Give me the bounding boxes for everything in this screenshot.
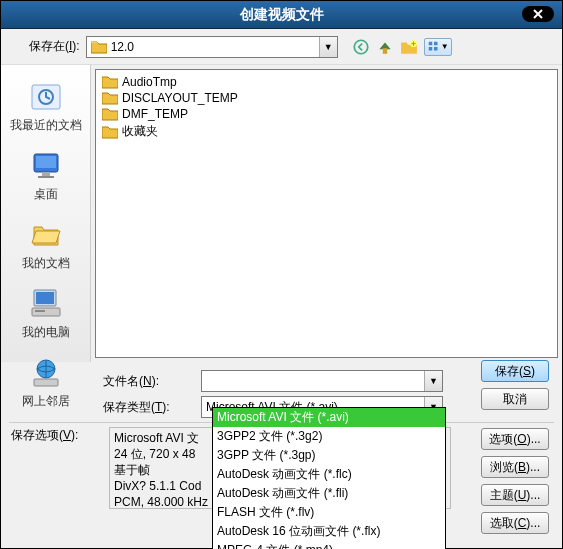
svg-rect-11 (42, 172, 50, 176)
svg-rect-5 (428, 47, 432, 51)
back-icon[interactable] (352, 38, 370, 56)
places-sidebar: 我最近的文档 桌面 我的文档 我的电脑 网上邻居 (1, 65, 91, 362)
dropdown-option[interactable]: 3GPP2 文件 (*.3g2) (213, 427, 445, 446)
filename-label: 文件名(N): (103, 373, 195, 390)
folder-icon (102, 75, 118, 89)
dropdown-option[interactable]: 3GPP 文件 (*.3gp) (213, 446, 445, 465)
file-item[interactable]: 收藏夹 (100, 122, 553, 141)
sidebar-desktop[interactable]: 桌面 (24, 144, 68, 207)
svg-point-0 (354, 40, 368, 54)
folder-icon (102, 91, 118, 105)
sidebar-item-label: 我的电脑 (22, 324, 70, 341)
svg-rect-3 (428, 41, 432, 45)
dropdown-option[interactable]: AutoDesk 动画文件 (*.flc) (213, 465, 445, 484)
save-button[interactable]: 保存(S) (481, 360, 549, 382)
folder-icon (91, 40, 107, 54)
titlebar-text: 创建视频文件 (240, 6, 324, 24)
save-in-label: 保存在(I): (29, 38, 80, 55)
save-in-value: 12.0 (111, 40, 134, 54)
close-button[interactable] (522, 6, 554, 22)
views-icon[interactable]: ▼ (424, 38, 452, 56)
network-icon (28, 355, 64, 391)
svg-rect-16 (35, 310, 45, 312)
options-button[interactable]: 选项(O)... (481, 428, 549, 450)
file-list[interactable]: AudioTmp DISCLAYOUT_TEMP DMF_TEMP 收藏夹 (95, 69, 558, 358)
sidebar-item-label: 我最近的文档 (10, 117, 82, 134)
sidebar-recent[interactable]: 我最近的文档 (6, 75, 86, 138)
sidebar-network[interactable]: 网上邻居 (18, 351, 74, 414)
folder-icon (102, 125, 118, 139)
sidebar-item-label: 我的文档 (22, 255, 70, 272)
file-item[interactable]: DMF_TEMP (100, 106, 553, 122)
close-icon (533, 9, 543, 19)
filetype-label: 保存类型(T): (103, 399, 195, 416)
svg-rect-14 (36, 292, 54, 304)
sidebar-item-label: 网上邻居 (22, 393, 70, 410)
filetype-dropdown[interactable]: Microsoft AVI 文件 (*.avi)3GPP2 文件 (*.3g2)… (212, 407, 446, 549)
browse-button[interactable]: 浏览(B)... (481, 456, 549, 478)
subject-button[interactable]: 主题(U)... (481, 484, 549, 506)
svg-rect-18 (34, 379, 58, 386)
file-item[interactable]: AudioTmp (100, 74, 553, 90)
dropdown-option[interactable]: Microsoft AVI 文件 (*.avi) (213, 408, 445, 427)
chevron-down-icon[interactable]: ▼ (424, 371, 442, 391)
svg-rect-10 (36, 156, 56, 168)
recent-icon (28, 79, 64, 115)
save-in-combo[interactable]: 12.0 ▼ (86, 36, 338, 58)
svg-rect-6 (434, 47, 438, 51)
sidebar-mydocs[interactable]: 我的文档 (18, 213, 74, 276)
dropdown-option[interactable]: MPEG-4 文件 (*.mp4) (213, 541, 445, 549)
filename-input[interactable]: ▼ (201, 370, 443, 392)
svg-rect-4 (434, 41, 438, 45)
up-icon[interactable] (376, 38, 394, 56)
sidebar-mycomputer[interactable]: 我的电脑 (18, 282, 74, 345)
dropdown-option[interactable]: FLASH 文件 (*.flv) (213, 503, 445, 522)
dropdown-option[interactable]: AutoDesk 16 位动画文件 (*.flx) (213, 522, 445, 541)
select-button[interactable]: 选取(C)... (481, 512, 549, 534)
documents-icon (28, 217, 64, 253)
desktop-icon (28, 148, 64, 184)
computer-icon (28, 286, 64, 322)
chevron-down-icon[interactable]: ▼ (319, 37, 337, 57)
titlebar: 创建视频文件 (1, 1, 562, 29)
svg-rect-1 (382, 48, 387, 54)
sidebar-item-label: 桌面 (34, 186, 58, 203)
dropdown-option[interactable]: AutoDesk 动画文件 (*.fli) (213, 484, 445, 503)
options-label: 保存选项(V): (11, 427, 103, 444)
action-buttons: 保存(S) 取消 选项(O)... 浏览(B)... 主题(U)... 选取(C… (481, 360, 549, 534)
toolbar: 保存在(I): 12.0 ▼ ▼ (1, 29, 562, 65)
svg-rect-12 (38, 176, 54, 178)
file-item[interactable]: DISCLAYOUT_TEMP (100, 90, 553, 106)
new-folder-icon[interactable] (400, 38, 418, 56)
folder-icon (102, 107, 118, 121)
toolbar-icons: ▼ (352, 38, 452, 56)
cancel-button[interactable]: 取消 (481, 388, 549, 410)
